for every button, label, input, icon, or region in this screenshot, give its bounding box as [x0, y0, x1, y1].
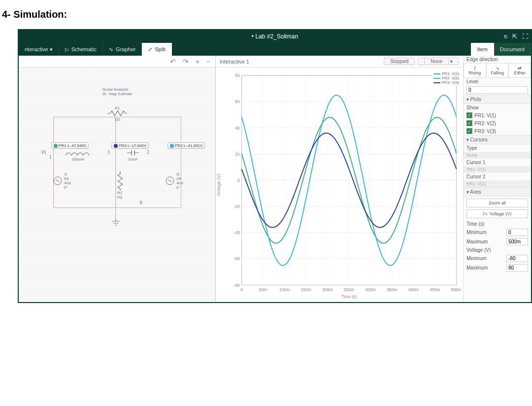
schematic-icon: ▷ — [65, 46, 69, 53]
svg-text:-60: -60 — [233, 256, 239, 261]
i1-name: I1 — [64, 172, 71, 176]
tab-label: Split — [155, 46, 165, 52]
probe-dot-cyan — [170, 144, 174, 148]
edge-falling-button[interactable]: ↘Falling — [486, 63, 509, 78]
r2-value: 5Ω — [117, 195, 125, 200]
node-1: 1 — [49, 155, 52, 160]
schematic-canvas[interactable]: Nodal Analysis Dr. Nagi Soliman R1 2Ω PR… — [19, 68, 215, 302]
level-input[interactable] — [466, 86, 528, 94]
svg-text:300m: 300m — [365, 287, 375, 292]
show-pr3-check[interactable]: ✓PR3: V(3) — [464, 127, 531, 135]
node-3: 3 — [107, 150, 110, 155]
tab-grapher[interactable]: ∿ Grapher — [103, 43, 142, 56]
probe-pr1[interactable]: PR1 v -47.940V — [51, 142, 89, 149]
cursors-section[interactable]: ▾ Cursors — [464, 135, 531, 144]
i1-amp: 5A — [64, 176, 71, 181]
fullscreen-icon[interactable]: ⛶ — [522, 30, 528, 43]
edge-either-button[interactable]: ⇄Either — [508, 63, 531, 78]
schematic-edit-bar: ↶ ↷ + − — [19, 56, 215, 68]
show-pr2-check[interactable]: ✓PR2: V(2) — [464, 119, 531, 127]
zoom-all-button[interactable]: Zoom all — [466, 199, 528, 207]
probe-pr2[interactable]: PR2 v -41.301V — [167, 142, 205, 149]
plot-area[interactable]: Voltage (V) PR1: V(1) PR2: V(2) PR3: V(3… — [216, 68, 463, 302]
cursor2-value[interactable]: PR1: V(1) — [464, 180, 531, 187]
voltage-axis-label: Voltage (V) — [464, 246, 531, 254]
mode-select[interactable]: None ▾ — [418, 58, 459, 65]
document-heading: 4- Simulation: — [0, 0, 532, 24]
svg-text:100m: 100m — [279, 287, 290, 292]
redo-icon[interactable]: ↷ — [183, 58, 189, 66]
node-v1: V1 — [41, 150, 46, 155]
voltage-max-input[interactable] — [506, 264, 528, 271]
tab-split[interactable]: ⤢ Split — [142, 43, 171, 56]
voltage-min-input[interactable] — [506, 255, 528, 262]
tab-item[interactable]: Item — [471, 43, 494, 56]
c1-value: 10mF — [123, 157, 143, 162]
zoom-out-icon[interactable]: − — [206, 58, 210, 66]
inductor-icon — [66, 150, 90, 156]
i2-phase: 0° — [176, 185, 183, 190]
r1-name: R1 — [107, 106, 127, 110]
zoom-in-icon[interactable]: + — [196, 58, 200, 66]
cursor1-value[interactable]: PR1: V(1) — [464, 166, 531, 173]
time-min-input[interactable] — [506, 229, 528, 236]
ac-source-icon — [166, 172, 174, 190]
edge-rising-button[interactable]: ƒRising — [464, 63, 486, 78]
window-title: • Lab #2_Soliman — [252, 33, 298, 40]
probe-pr2-value: v -41.301V — [184, 143, 203, 148]
show-pr1-check[interactable]: ✓PR1: V(1) — [464, 111, 531, 119]
tab-label: Schematic — [71, 46, 97, 52]
probe-pr1-value: v -47.940V — [67, 143, 87, 148]
probe-pr3[interactable]: PR3 v -17.846V — [111, 142, 149, 149]
circuit-mid-branch — [115, 117, 116, 208]
cursor-type-value[interactable]: None — [464, 152, 531, 159]
view-toolbar: nteractive ▾ ▷ Schematic ∿ Grapher ⤢ Spl… — [19, 43, 531, 56]
tab-document[interactable]: Document — [494, 43, 531, 56]
svg-text:500m: 500m — [451, 287, 461, 292]
time-max-input[interactable] — [506, 238, 528, 245]
app-window: • Lab #2_Soliman ⎋ ⇱ ⛶ nteractive ▾ ▷ Sc… — [18, 29, 532, 303]
svg-text:200m: 200m — [322, 287, 332, 292]
properties-panel: Edge direction ƒRising ↘Falling ⇄Either … — [463, 56, 531, 302]
r1-value: 2Ω — [107, 117, 127, 122]
voltage-axis-button[interactable]: |∿ Voltage (V) — [466, 209, 528, 218]
node-2: 2 — [147, 150, 149, 155]
svg-text:80: 80 — [235, 73, 240, 78]
tab-label: Grapher — [116, 46, 135, 52]
l1-value: 100mH — [63, 157, 93, 162]
level-label: Level — [464, 78, 531, 85]
show-label: Show — [464, 104, 531, 111]
capacitor-icon — [127, 149, 139, 156]
schematic-pane: ↶ ↷ + − Nodal Analysis Dr. Nagi Soliman … — [19, 56, 216, 302]
ac-source-icon — [53, 172, 62, 190]
sync-icon[interactable]: ⎋ — [504, 30, 507, 43]
tab-interactive[interactable]: nteractive ▾ — [19, 43, 59, 56]
svg-text:0: 0 — [237, 178, 240, 183]
resistor-icon — [107, 110, 127, 116]
cursor2-label: Cursor 2 — [464, 173, 531, 180]
grapher-pane: Interactive 1 Stopped None ▾ Voltage (V)… — [216, 56, 463, 302]
schematic-title-1: Nodal Analysis — [102, 87, 132, 92]
probe-pr3-value: v -17.846V — [128, 143, 147, 148]
i2-amp: 2A — [176, 176, 183, 181]
svg-text:150m: 150m — [301, 287, 311, 292]
title-bar: • Lab #2_Soliman ⎋ ⇱ ⛶ — [19, 30, 531, 43]
tab-label: Document — [500, 46, 525, 52]
popout-icon[interactable]: ⇱ — [512, 30, 517, 43]
resistor-icon — [117, 171, 123, 191]
svg-text:-80: -80 — [233, 282, 239, 287]
edge-direction-label: Edge direction — [464, 56, 531, 63]
time-min-label: Minimum — [466, 230, 504, 235]
axes-section[interactable]: ▾ Axes — [464, 187, 531, 197]
svg-text:20: 20 — [235, 151, 240, 156]
tab-label: nteractive ▾ — [25, 46, 53, 53]
probe-pr2-name: PR2 — [175, 143, 183, 148]
plots-section[interactable]: ▾ Plots — [464, 95, 531, 104]
plot-legend: PR1: V(1) PR2: V(2) PR3: V(3) — [432, 70, 460, 86]
tab-schematic[interactable]: ▷ Schematic — [59, 43, 103, 56]
probe-dot-blue — [114, 144, 118, 148]
undo-icon[interactable]: ↶ — [170, 58, 176, 66]
svg-text:60: 60 — [235, 99, 240, 104]
svg-text:450m: 450m — [430, 287, 440, 292]
cursor-type-label: Type — [464, 144, 531, 152]
